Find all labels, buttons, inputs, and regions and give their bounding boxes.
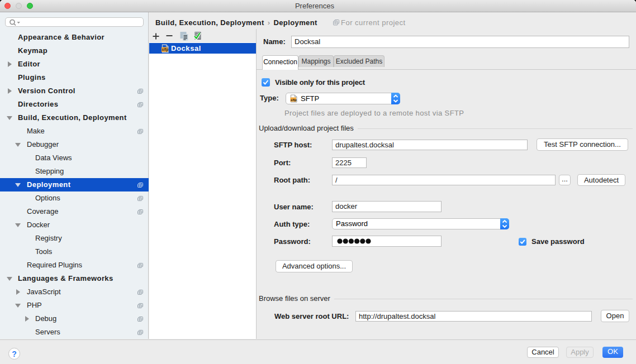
svg-text:sftp: sftp [291,98,297,102]
svg-text:sftp: sftp [162,47,169,52]
